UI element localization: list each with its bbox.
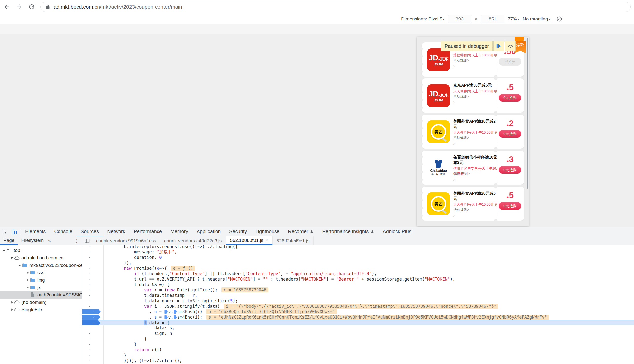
tree-expander-icon[interactable] (10, 301, 14, 304)
gutter-line-marker[interactable]: - (88, 325, 91, 331)
breakpoint-flag[interactable]: - (83, 309, 101, 314)
tree-expander-icon[interactable] (26, 278, 30, 282)
gutter-line-marker[interactable]: - (88, 249, 91, 255)
coupon-action-button[interactable]: 0元抢购 (499, 130, 521, 138)
gutter[interactable]: - (83, 352, 104, 358)
devtools-tab-console[interactable]: Console (50, 228, 76, 236)
coupon-card[interactable]: 美团 美团外卖APP满20元减5元 天天领券|每天上午10:00开抢 活动规则>… (422, 186, 524, 220)
coupon-action-button[interactable]: 0元抢购 (499, 94, 521, 102)
gutter[interactable]: - (83, 276, 104, 282)
devtools-tab-elements[interactable]: Elements (21, 228, 50, 236)
inline-breakpoint-icon[interactable] (164, 315, 168, 319)
code-line[interactable]: -t.data && w) { (83, 282, 634, 287)
gutter[interactable]: - (83, 266, 104, 271)
code-line[interactable]: -t.url == o.Z.VERTIFY_API ? t.headers["M… (83, 276, 634, 282)
coupon-rules-link[interactable]: 活动规则> (453, 207, 498, 212)
gutter[interactable]: - (83, 282, 104, 287)
code-line[interactable]: -data: s, (83, 325, 634, 331)
gutter[interactable]: - (83, 298, 104, 304)
navigator-more-options-button[interactable]: ⋮ (74, 238, 79, 244)
devtools-tab-performance-insights[interactable]: Performance insights (318, 228, 378, 236)
tree-item[interactable]: top (0, 247, 82, 254)
tree-expander-icon[interactable] (10, 256, 14, 260)
gutter-line-marker[interactable]: - (88, 304, 91, 309)
file-tab[interactable]: chunk-vendors.a43d72a3.js (160, 236, 226, 245)
inspect-element-button[interactable] (0, 228, 10, 236)
tree-item[interactable]: auth?cookie=SESSION=1e96 (0, 291, 82, 298)
tree-item[interactable]: css (0, 269, 82, 276)
file-tab[interactable]: chunk-vendors.9919b6af.css (92, 236, 160, 245)
file-tab[interactable]: 562.1b880f01.js× (226, 236, 273, 245)
breakpoint-flag[interactable]: - (83, 315, 101, 320)
tree-expander-icon[interactable] (26, 271, 30, 274)
tree-expander-icon[interactable] (2, 248, 6, 253)
inline-breakpoint-icon[interactable] (174, 310, 177, 314)
gutter[interactable]: - (83, 331, 104, 336)
gutter[interactable]: - (83, 260, 104, 266)
code-line[interactable]: -} (83, 336, 634, 342)
code-line[interactable]: -}), (83, 260, 634, 266)
file-tab[interactable]: 528.f24c49c1.js (273, 236, 314, 245)
coupon-expand-arrow[interactable]: > (453, 213, 498, 218)
gutter[interactable]: - (83, 358, 104, 363)
gutter[interactable]: - (83, 336, 104, 342)
gutter[interactable]: - (83, 309, 104, 314)
gutter[interactable]: - (83, 347, 104, 352)
tree-expander-icon[interactable] (26, 286, 30, 289)
dimensions-select[interactable]: Dimensions: Pixel 5▾ (401, 16, 445, 22)
zoom-select[interactable]: 77%▾ (508, 16, 519, 22)
gutter-line-marker[interactable]: - (88, 352, 91, 358)
resume-script-button[interactable] (493, 41, 504, 51)
gutter[interactable]: - (83, 245, 104, 249)
toggle-navigator-button[interactable] (82, 236, 92, 245)
gutter[interactable]: - (83, 342, 104, 347)
devtools-tab-recorder[interactable]: Recorder (284, 228, 318, 236)
gutter-line-marker[interactable]: - (88, 358, 91, 363)
devtools-tab-application[interactable]: Application (192, 228, 225, 236)
address-bar[interactable]: ad.mkt.bocd.com.cn/mkt/activ/2023/coupon… (41, 2, 630, 12)
gutter[interactable]: - (83, 255, 104, 260)
coupon-expand-arrow[interactable]: > (453, 64, 498, 69)
gutter[interactable]: - (83, 314, 104, 320)
gutter-line-marker[interactable]: - (88, 266, 91, 271)
code-line[interactable]: -, n = v.sm3Hash(i)n = "cbXReQpjToXVilj3… (83, 309, 634, 314)
gutter-line-marker[interactable]: - (88, 331, 91, 336)
rotate-viewport-button[interactable] (556, 16, 563, 22)
code-line[interactable]: -} (83, 342, 634, 347)
gutter[interactable]: - (83, 249, 104, 255)
gutter-line-marker[interactable]: - (88, 293, 91, 298)
coupon-expand-arrow[interactable]: > (453, 177, 498, 182)
inline-breakpoint-icon[interactable] (164, 310, 168, 314)
page-scrollbar[interactable] (527, 38, 528, 188)
code-line[interactable]: -t.data = { (83, 320, 634, 325)
gutter-line-marker[interactable]: - (88, 245, 91, 249)
execution-line-flag[interactable]: - (83, 320, 101, 325)
gutter[interactable]: - (83, 325, 104, 331)
code-line[interactable]: -var i = JSON.stringify(t.data)i = "{\"b… (83, 304, 634, 309)
gutter-line-marker[interactable]: - (88, 255, 91, 260)
coupon-rules-link[interactable]: 活动规则> (454, 171, 470, 176)
code-editor[interactable]: -b.interceptors.request.use((t=>(i.Z.loa… (83, 245, 634, 364)
gutter-line-marker[interactable]: - (88, 298, 91, 304)
devtools-tab-performance[interactable]: Performance (130, 228, 166, 236)
coupon-card[interactable]: JD.京东.COM 京东APP满30元减5元 天天领券|每天上午10:00开抢 … (422, 78, 524, 112)
gutter-line-marker[interactable]: - (88, 260, 91, 266)
forward-button[interactable] (14, 2, 25, 12)
devtools-tab-sources[interactable]: Sources (77, 228, 103, 236)
code-line[interactable]: -} (83, 352, 634, 358)
tree-item[interactable]: (no domain) (0, 298, 82, 306)
devtools-tab-network[interactable]: Network (103, 228, 129, 236)
code-line[interactable]: -new Promise((e=>{e = ƒ () (83, 266, 634, 271)
gutter-line-marker[interactable]: - (88, 271, 91, 276)
tree-expander-icon[interactable] (10, 308, 14, 311)
step-over-button[interactable] (505, 41, 516, 51)
tree-item[interactable]: mkt/activ/2023/coupon-center (0, 262, 82, 269)
gutter-line-marker[interactable]: - (88, 276, 91, 282)
code-line[interactable]: -var r = (new Date).getTime();r = 168575… (83, 287, 634, 293)
code-line[interactable]: -t.data.timestamp = r, (83, 293, 634, 298)
gutter-line-marker[interactable]: - (88, 287, 91, 293)
toggle-device-toolbar-button[interactable] (10, 228, 19, 236)
code-line[interactable]: -return e(t) (83, 347, 634, 352)
tree-item[interactable]: SingleFile (0, 306, 82, 314)
close-tab-icon[interactable]: × (266, 238, 269, 243)
